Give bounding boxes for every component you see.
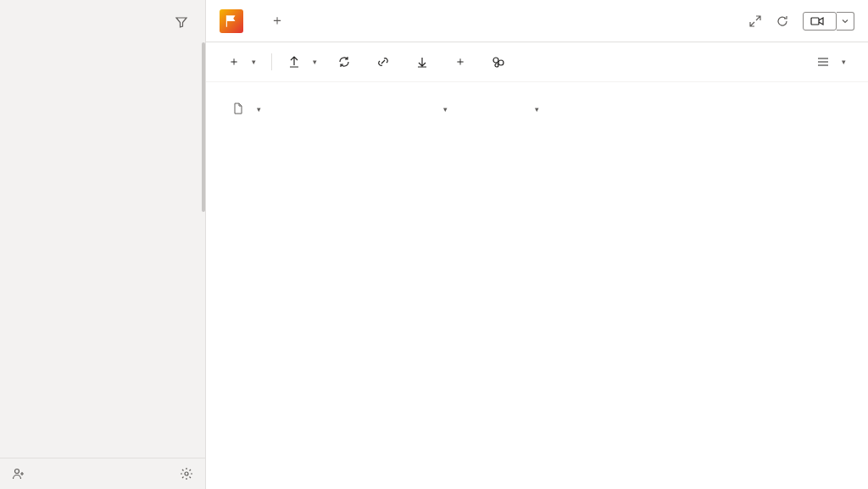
view-selector-button[interactable]: ▾ <box>808 50 854 74</box>
meet-dropdown-button[interactable] <box>837 12 854 31</box>
svg-point-1 <box>185 472 188 475</box>
add-cloud-button[interactable]: ＋ <box>446 49 480 75</box>
sync-button[interactable] <box>329 50 364 74</box>
list-icon <box>816 55 830 69</box>
expand-icon <box>748 14 762 28</box>
refresh-button[interactable] <box>769 9 796 33</box>
sync-icon <box>337 55 351 69</box>
gear-icon <box>180 467 193 481</box>
svg-point-4 <box>493 58 498 63</box>
refresh-icon <box>776 14 789 28</box>
chevron-down-icon: ▾ <box>257 105 261 114</box>
svg-rect-3 <box>811 18 819 25</box>
col-modified[interactable]: ▾ <box>440 103 531 114</box>
channel-header: ＋ <box>206 0 868 42</box>
svg-point-6 <box>495 64 498 67</box>
main-content: ＋ ＋ ▾ ▾ <box>206 0 868 489</box>
meet-button[interactable] <box>803 12 837 31</box>
chevron-down-icon: ▾ <box>443 105 448 114</box>
col-modified-by[interactable]: ▾ <box>531 103 851 114</box>
sidebar-footer <box>0 458 205 489</box>
copy-link-button[interactable] <box>368 50 403 74</box>
filter-icon <box>175 15 188 29</box>
settings-button[interactable] <box>180 467 193 481</box>
svg-rect-2 <box>226 15 227 27</box>
separator <box>271 53 272 70</box>
channel-avatar <box>220 9 243 33</box>
svg-point-5 <box>498 60 504 65</box>
chevron-down-icon: ▾ <box>842 58 846 66</box>
sidebar <box>0 0 206 489</box>
plus-icon: ＋ <box>228 54 240 69</box>
download-icon <box>415 55 429 69</box>
open-sharepoint-button[interactable] <box>483 50 519 74</box>
team-plus-icon <box>12 467 25 481</box>
chevron-down-icon: ▾ <box>313 58 317 66</box>
scrollbar[interactable] <box>202 42 205 212</box>
file-icon <box>233 103 243 114</box>
plus-icon: ＋ <box>454 54 466 69</box>
svg-point-0 <box>15 470 19 474</box>
chevron-down-icon: ▾ <box>252 58 256 66</box>
sidebar-header <box>0 0 205 41</box>
upload-button[interactable]: ▾ <box>279 50 326 74</box>
chevron-down-icon: ▾ <box>535 105 539 114</box>
download-button[interactable] <box>407 50 442 74</box>
new-button[interactable]: ＋ ▾ <box>220 49 264 75</box>
table-header: ▾ ▾ ▾ <box>223 96 851 121</box>
chevron-down-icon <box>842 18 849 25</box>
col-name[interactable]: ▾ <box>253 103 440 114</box>
filter-button[interactable] <box>171 12 192 32</box>
join-create-team-link[interactable] <box>12 467 34 481</box>
sharepoint-icon <box>492 55 505 69</box>
flag-icon <box>224 14 239 29</box>
video-icon <box>810 16 824 26</box>
file-table: ▾ ▾ ▾ <box>206 96 868 121</box>
add-tab-button[interactable]: ＋ <box>265 7 289 35</box>
link-icon <box>376 55 390 69</box>
team-list[interactable] <box>0 41 205 458</box>
upload-icon <box>287 55 301 69</box>
col-type[interactable] <box>223 103 253 114</box>
breadcrumb[interactable] <box>206 82 868 96</box>
files-toolbar: ＋ ▾ ▾ ＋ <box>206 42 868 82</box>
expand-button[interactable] <box>742 9 769 33</box>
